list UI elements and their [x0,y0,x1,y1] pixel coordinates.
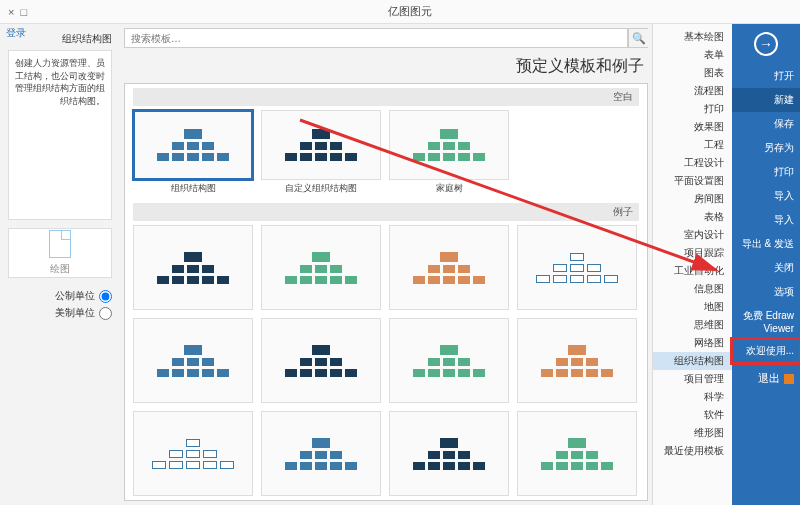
example-card[interactable] [389,225,509,310]
sidebar-item[interactable]: 导出 & 发送 [732,232,800,256]
blank-drawing-label: 绘图 [50,262,70,276]
template-caption: 家庭树 [436,182,463,195]
example-thumb [517,411,637,496]
category-item[interactable]: 项目管理 [653,370,732,388]
category-item[interactable]: 打印 [653,100,732,118]
search-input[interactable] [124,28,628,48]
category-item[interactable]: 流程图 [653,82,732,100]
category-item[interactable]: 组织结构图 [653,352,732,370]
category-item[interactable]: 信息图 [653,280,732,298]
example-thumb [389,318,509,403]
example-thumb [517,225,637,310]
description-text: 创建人力资源管理、员工结构，也公司改变时管理组织结构方面的组织结构图。 [8,50,112,220]
example-card[interactable] [389,318,509,403]
search-icon[interactable]: 🔍 [628,28,648,48]
template-caption: 自定义组织结构图 [285,182,357,195]
unit-metric-radio[interactable] [99,290,112,303]
sidebar-item[interactable]: 新建 [732,88,800,112]
example-thumb [389,225,509,310]
login-link[interactable]: 登录 [6,26,26,40]
category-item[interactable]: 图表 [653,64,732,82]
center-panel: 🔍 预定义模板和例子 空白 组织结构图 自定义组织结构图 家庭树 例子 [120,24,652,505]
example-thumb [261,225,381,310]
category-item[interactable]: 思维图 [653,316,732,334]
category-item[interactable]: 平面设置图 [653,172,732,190]
template-card[interactable]: 家庭树 [389,110,509,195]
category-item[interactable]: 房间图 [653,190,732,208]
category-item[interactable]: 工程 [653,136,732,154]
back-icon[interactable]: → [754,32,778,56]
sidebar-item[interactable]: 关闭 [732,256,800,280]
unit-us-radio[interactable] [99,307,112,320]
template-gallery: 空白 组织结构图 自定义组织结构图 家庭树 例子 [124,83,648,501]
example-card[interactable] [133,411,253,496]
example-thumb [133,225,253,310]
template-card[interactable]: 自定义组织结构图 [261,110,381,195]
exit-icon [784,374,794,384]
category-item[interactable]: 项目跟踪 [653,244,732,262]
unit-metric-option[interactable]: 公制单位 [8,289,112,303]
sidebar-exit[interactable]: 退出 [732,367,800,390]
template-thumb [389,110,509,180]
category-item[interactable]: 表单 [653,46,732,64]
category-list: 基本绘图表单图表流程图打印效果图工程工程设计平面设置图房间图表格室内设计项目跟踪… [652,24,732,505]
category-item[interactable]: 科学 [653,388,732,406]
sidebar-item[interactable]: 导入 [732,184,800,208]
example-card[interactable] [517,411,637,496]
example-card[interactable] [261,411,381,496]
example-thumb [261,411,381,496]
page-title: 预定义模板和例子 [128,56,644,77]
category-item[interactable]: 维形图 [653,424,732,442]
template-thumb [133,110,253,180]
sidebar-item[interactable]: 导入 [732,208,800,232]
template-caption: 组织结构图 [171,182,216,195]
example-thumb [133,318,253,403]
example-card[interactable] [133,318,253,403]
example-thumb [133,411,253,496]
category-item[interactable]: 地图 [653,298,732,316]
category-item[interactable]: 软件 [653,406,732,424]
example-card[interactable] [517,318,637,403]
file-sidebar: → 打开新建保存另存为打印导入导入导出 & 发送关闭选项免费 Edraw Vie… [732,24,800,505]
category-item[interactable]: 最近使用模板 [653,442,732,460]
section-empty-label: 空白 [133,88,639,106]
description-panel: 组织结构图 创建人力资源管理、员工结构，也公司改变时管理组织结构方面的组织结构图… [0,24,120,505]
window-maximize-icon[interactable]: □ [20,6,27,18]
example-card[interactable] [389,411,509,496]
example-card[interactable] [261,225,381,310]
category-item[interactable]: 表格 [653,208,732,226]
template-thumb [261,110,381,180]
section-examples-label: 例子 [133,203,639,221]
category-item[interactable]: 效果图 [653,118,732,136]
sidebar-item[interactable]: 欢迎使用... [732,339,800,363]
example-thumb [261,318,381,403]
titlebar: × □ 亿图图元 [0,0,800,24]
category-item[interactable]: 工程设计 [653,154,732,172]
sidebar-item[interactable]: 另存为 [732,136,800,160]
example-card[interactable] [133,225,253,310]
sidebar-item[interactable]: 选项 [732,280,800,304]
app-title: 亿图图元 [27,4,792,19]
page-icon [49,230,71,258]
example-card[interactable] [517,225,637,310]
category-item[interactable]: 室内设计 [653,226,732,244]
sidebar-item[interactable]: 打开 [732,64,800,88]
category-item[interactable]: 基本绘图 [653,28,732,46]
example-card[interactable] [261,318,381,403]
category-item[interactable]: 网络图 [653,334,732,352]
window-close-icon[interactable]: × [8,6,14,18]
unit-us-option[interactable]: 美制单位 [8,306,112,320]
template-card[interactable]: 组织结构图 [133,110,253,195]
blank-drawing-button[interactable]: 绘图 [8,228,112,278]
sidebar-item[interactable]: 免费 Edraw Viewer [732,304,800,339]
example-thumb [517,318,637,403]
example-thumb [389,411,509,496]
category-item[interactable]: 工业自动化 [653,262,732,280]
sidebar-item[interactable]: 保存 [732,112,800,136]
sidebar-item[interactable]: 打印 [732,160,800,184]
